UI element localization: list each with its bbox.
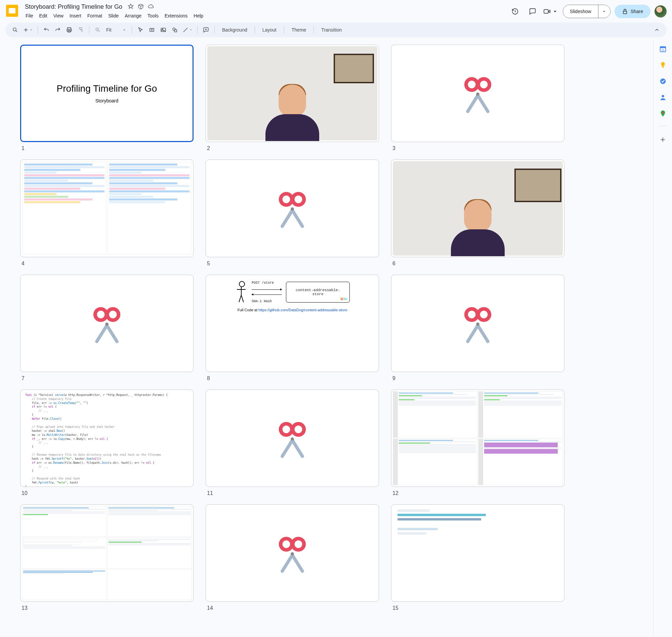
line-tool[interactable] xyxy=(181,25,194,35)
zoom-select[interactable]: Fit xyxy=(104,27,128,33)
slide-thumb-5[interactable] xyxy=(206,160,379,257)
tasks-icon[interactable] xyxy=(659,77,667,85)
menu-slide[interactable]: Slide xyxy=(106,12,121,20)
slide-grid-scroll[interactable]: Profiling Timeline for Go Storyboard 1 xyxy=(0,41,653,637)
slide-number: 2 xyxy=(206,145,379,151)
print-button[interactable] xyxy=(64,25,74,35)
select-tool[interactable] xyxy=(136,25,145,35)
contacts-icon[interactable] xyxy=(659,94,667,101)
slide-thumb-4[interactable] xyxy=(20,160,194,257)
slide-thumb-15[interactable] xyxy=(391,504,565,602)
header: Storyboard: Profiling Timeline for Go Fi… xyxy=(0,0,672,20)
transition-button[interactable]: Transition xyxy=(317,25,346,35)
slide-number: 15 xyxy=(391,605,565,611)
slide-number: 12 xyxy=(391,490,565,496)
menu-view[interactable]: View xyxy=(51,12,66,20)
service-box: content-addressable-store 🐹Go xyxy=(286,282,350,303)
calendar-icon[interactable]: 31 xyxy=(659,46,667,53)
slide-thumb-10[interactable]: func (s *Service) serve(w http.ResponseW… xyxy=(20,389,194,487)
share-label: Share xyxy=(631,9,643,14)
slide-thumb-6[interactable] xyxy=(391,160,565,257)
menu-extensions[interactable]: Extensions xyxy=(162,12,190,20)
svg-point-17 xyxy=(290,207,294,211)
slide-thumb-14[interactable] xyxy=(206,504,379,602)
menu-edit[interactable]: Edit xyxy=(37,12,50,20)
comment-add-button[interactable] xyxy=(201,25,211,35)
slide-thumb-13[interactable] xyxy=(20,504,194,602)
theme-button[interactable]: Theme xyxy=(288,25,311,35)
background-button[interactable]: Background xyxy=(218,25,251,35)
svg-point-24 xyxy=(281,424,292,435)
svg-point-15 xyxy=(281,194,292,205)
keep-icon[interactable] xyxy=(659,61,667,69)
slide-cell-7: 7 xyxy=(20,275,194,381)
menu-file[interactable]: File xyxy=(23,12,36,20)
textbox-tool[interactable] xyxy=(147,25,157,35)
slide-grid: Profiling Timeline for Go Storyboard 1 xyxy=(20,45,565,611)
shape-tool[interactable] xyxy=(170,25,180,35)
addons-button[interactable]: + xyxy=(660,135,665,144)
slide-thumb-9[interactable] xyxy=(391,275,565,372)
app-icon[interactable] xyxy=(5,4,19,17)
slide-thumb-1[interactable]: Profiling Timeline for Go Storyboard xyxy=(20,45,194,142)
svg-point-28 xyxy=(293,539,304,550)
svg-rect-0 xyxy=(544,10,548,14)
slide-cell-10: func (s *Service) serve(w http.ResponseW… xyxy=(20,389,194,496)
menu-help[interactable]: Help xyxy=(191,12,206,20)
menu-insert[interactable]: Insert xyxy=(67,12,84,20)
comment-icon[interactable] xyxy=(526,5,539,18)
collapse-toolbar-button[interactable] xyxy=(652,25,662,35)
slide-thumb-11[interactable] xyxy=(206,389,379,487)
slide-cell-2: 2 xyxy=(206,45,379,151)
move-icon[interactable] xyxy=(138,3,144,11)
new-slide-button[interactable] xyxy=(21,25,34,35)
slide-thumb-3[interactable] xyxy=(391,45,565,142)
menu-format[interactable]: Format xyxy=(85,12,105,20)
slide-cell-5: 5 xyxy=(206,160,379,266)
svg-point-25 xyxy=(293,424,304,435)
paint-format-button[interactable] xyxy=(76,25,86,35)
slide1-title: Profiling Timeline for Go xyxy=(57,83,157,94)
svg-point-12 xyxy=(466,79,477,90)
slide-thumb-7[interactable] xyxy=(20,275,194,372)
svg-point-35 xyxy=(661,95,664,97)
image-tool[interactable] xyxy=(158,25,168,35)
cloud-icon[interactable] xyxy=(148,3,154,11)
layout-button[interactable]: Layout xyxy=(259,25,281,35)
side-panel: 31 + xyxy=(653,41,672,637)
svg-point-27 xyxy=(281,539,292,550)
doc-title[interactable]: Storyboard: Profiling Timeline for Go xyxy=(23,3,124,11)
svg-point-13 xyxy=(478,79,490,90)
svg-rect-1 xyxy=(623,11,626,14)
slideshow-options-button[interactable] xyxy=(598,5,610,18)
slide-cell-13: 13 xyxy=(20,504,194,611)
avatar[interactable] xyxy=(655,5,667,17)
svg-point-22 xyxy=(478,309,490,320)
zoom-out-button[interactable] xyxy=(93,25,103,35)
slide-number: 3 xyxy=(391,145,565,151)
search-menus-icon[interactable] xyxy=(10,25,20,35)
star-icon[interactable] xyxy=(128,3,134,11)
history-icon[interactable] xyxy=(508,5,522,18)
slide-thumb-12[interactable] xyxy=(391,389,565,487)
slide-cell-4: 4 xyxy=(20,160,194,266)
maps-icon[interactable] xyxy=(659,110,667,117)
slide-cell-12: 12 xyxy=(391,389,565,496)
slide-number: 10 xyxy=(20,490,194,496)
undo-button[interactable] xyxy=(41,25,51,35)
svg-point-21 xyxy=(466,309,477,320)
slideshow-button[interactable]: Slideshow xyxy=(563,5,598,18)
redo-button[interactable] xyxy=(53,25,63,35)
svg-point-2 xyxy=(13,28,16,31)
svg-point-29 xyxy=(290,552,294,556)
svg-point-19 xyxy=(107,309,119,320)
slide-thumb-2[interactable] xyxy=(206,45,379,142)
slide-thumb-8[interactable]: POST /store SHA-1 Hash content-addressab… xyxy=(206,275,379,372)
lock-icon xyxy=(622,8,628,15)
meet-button[interactable] xyxy=(543,8,559,15)
share-button[interactable]: Share xyxy=(615,5,651,18)
slide-cell-11: 11 xyxy=(206,389,379,496)
menu-tools[interactable]: Tools xyxy=(145,12,161,20)
menu-arrange[interactable]: Arrange xyxy=(122,12,144,20)
diagram-caption: Full Code at https://github.com/DataDog/… xyxy=(237,308,348,312)
